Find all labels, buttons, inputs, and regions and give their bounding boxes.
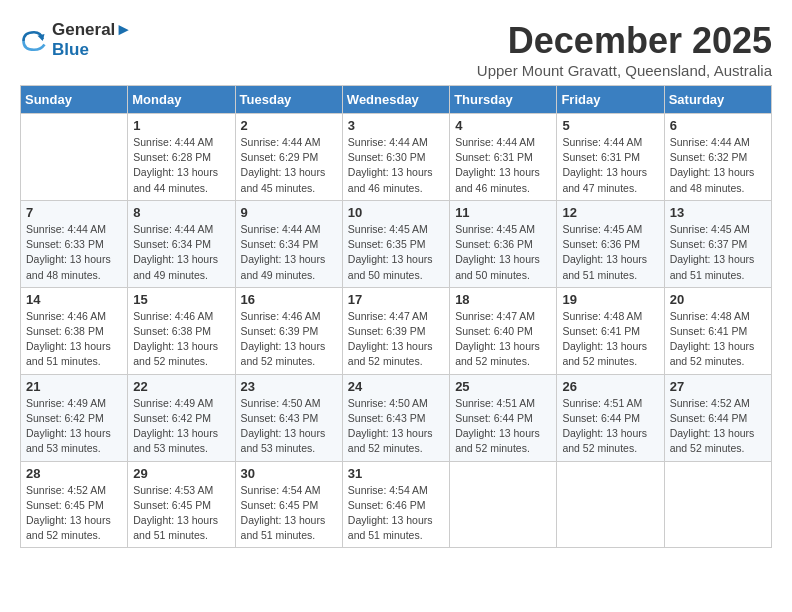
col-thursday: Thursday [450,86,557,114]
day-info: Sunrise: 4:45 AMSunset: 6:36 PMDaylight:… [455,222,551,283]
col-wednesday: Wednesday [342,86,449,114]
table-cell: 31Sunrise: 4:54 AMSunset: 6:46 PMDayligh… [342,461,449,548]
day-number: 6 [670,118,766,133]
table-cell: 2Sunrise: 4:44 AMSunset: 6:29 PMDaylight… [235,114,342,201]
day-info: Sunrise: 4:48 AMSunset: 6:41 PMDaylight:… [670,309,766,370]
title-section: December 2025 Upper Mount Gravatt, Queen… [477,20,772,79]
calendar-week-1: 1Sunrise: 4:44 AMSunset: 6:28 PMDaylight… [21,114,772,201]
table-cell [557,461,664,548]
col-saturday: Saturday [664,86,771,114]
day-info: Sunrise: 4:46 AMSunset: 6:38 PMDaylight:… [26,309,122,370]
day-number: 3 [348,118,444,133]
calendar-week-2: 7Sunrise: 4:44 AMSunset: 6:33 PMDaylight… [21,200,772,287]
table-cell: 1Sunrise: 4:44 AMSunset: 6:28 PMDaylight… [128,114,235,201]
day-info: Sunrise: 4:46 AMSunset: 6:39 PMDaylight:… [241,309,337,370]
day-number: 12 [562,205,658,220]
day-info: Sunrise: 4:49 AMSunset: 6:42 PMDaylight:… [26,396,122,457]
table-cell: 27Sunrise: 4:52 AMSunset: 6:44 PMDayligh… [664,374,771,461]
day-info: Sunrise: 4:51 AMSunset: 6:44 PMDaylight:… [562,396,658,457]
day-number: 29 [133,466,229,481]
day-info: Sunrise: 4:47 AMSunset: 6:40 PMDaylight:… [455,309,551,370]
day-number: 20 [670,292,766,307]
logo-icon [20,27,48,55]
day-info: Sunrise: 4:44 AMSunset: 6:31 PMDaylight:… [455,135,551,196]
table-cell: 20Sunrise: 4:48 AMSunset: 6:41 PMDayligh… [664,287,771,374]
col-tuesday: Tuesday [235,86,342,114]
day-number: 28 [26,466,122,481]
subtitle: Upper Mount Gravatt, Queensland, Austral… [477,62,772,79]
day-number: 2 [241,118,337,133]
day-number: 10 [348,205,444,220]
day-info: Sunrise: 4:50 AMSunset: 6:43 PMDaylight:… [241,396,337,457]
calendar-week-4: 21Sunrise: 4:49 AMSunset: 6:42 PMDayligh… [21,374,772,461]
day-info: Sunrise: 4:51 AMSunset: 6:44 PMDaylight:… [455,396,551,457]
day-number: 9 [241,205,337,220]
table-cell: 7Sunrise: 4:44 AMSunset: 6:33 PMDaylight… [21,200,128,287]
table-cell: 5Sunrise: 4:44 AMSunset: 6:31 PMDaylight… [557,114,664,201]
day-info: Sunrise: 4:52 AMSunset: 6:45 PMDaylight:… [26,483,122,544]
day-info: Sunrise: 4:45 AMSunset: 6:37 PMDaylight:… [670,222,766,283]
day-number: 27 [670,379,766,394]
day-number: 15 [133,292,229,307]
col-monday: Monday [128,86,235,114]
day-info: Sunrise: 4:54 AMSunset: 6:46 PMDaylight:… [348,483,444,544]
calendar-header-row: Sunday Monday Tuesday Wednesday Thursday… [21,86,772,114]
table-cell: 13Sunrise: 4:45 AMSunset: 6:37 PMDayligh… [664,200,771,287]
day-number: 7 [26,205,122,220]
day-number: 31 [348,466,444,481]
logo-text: General► Blue [52,20,132,59]
table-cell: 17Sunrise: 4:47 AMSunset: 6:39 PMDayligh… [342,287,449,374]
table-cell: 25Sunrise: 4:51 AMSunset: 6:44 PMDayligh… [450,374,557,461]
table-cell: 26Sunrise: 4:51 AMSunset: 6:44 PMDayligh… [557,374,664,461]
table-cell: 24Sunrise: 4:50 AMSunset: 6:43 PMDayligh… [342,374,449,461]
day-number: 4 [455,118,551,133]
day-info: Sunrise: 4:53 AMSunset: 6:45 PMDaylight:… [133,483,229,544]
day-number: 11 [455,205,551,220]
table-cell [21,114,128,201]
day-number: 17 [348,292,444,307]
table-cell: 30Sunrise: 4:54 AMSunset: 6:45 PMDayligh… [235,461,342,548]
table-cell: 8Sunrise: 4:44 AMSunset: 6:34 PMDaylight… [128,200,235,287]
day-info: Sunrise: 4:44 AMSunset: 6:29 PMDaylight:… [241,135,337,196]
day-number: 22 [133,379,229,394]
day-info: Sunrise: 4:44 AMSunset: 6:33 PMDaylight:… [26,222,122,283]
table-cell: 11Sunrise: 4:45 AMSunset: 6:36 PMDayligh… [450,200,557,287]
calendar-week-3: 14Sunrise: 4:46 AMSunset: 6:38 PMDayligh… [21,287,772,374]
day-number: 30 [241,466,337,481]
table-cell: 6Sunrise: 4:44 AMSunset: 6:32 PMDaylight… [664,114,771,201]
table-cell: 9Sunrise: 4:44 AMSunset: 6:34 PMDaylight… [235,200,342,287]
calendar-table: Sunday Monday Tuesday Wednesday Thursday… [20,85,772,548]
day-info: Sunrise: 4:44 AMSunset: 6:34 PMDaylight:… [241,222,337,283]
table-cell: 23Sunrise: 4:50 AMSunset: 6:43 PMDayligh… [235,374,342,461]
page-container: General► Blue December 2025 Upper Mount … [20,20,772,548]
day-number: 1 [133,118,229,133]
table-cell: 15Sunrise: 4:46 AMSunset: 6:38 PMDayligh… [128,287,235,374]
day-number: 26 [562,379,658,394]
day-info: Sunrise: 4:47 AMSunset: 6:39 PMDaylight:… [348,309,444,370]
table-cell: 18Sunrise: 4:47 AMSunset: 6:40 PMDayligh… [450,287,557,374]
logo: General► Blue [20,20,132,59]
day-info: Sunrise: 4:44 AMSunset: 6:30 PMDaylight:… [348,135,444,196]
day-info: Sunrise: 4:44 AMSunset: 6:32 PMDaylight:… [670,135,766,196]
day-info: Sunrise: 4:49 AMSunset: 6:42 PMDaylight:… [133,396,229,457]
col-friday: Friday [557,86,664,114]
table-cell: 10Sunrise: 4:45 AMSunset: 6:35 PMDayligh… [342,200,449,287]
day-number: 25 [455,379,551,394]
day-number: 19 [562,292,658,307]
day-info: Sunrise: 4:44 AMSunset: 6:34 PMDaylight:… [133,222,229,283]
table-cell: 3Sunrise: 4:44 AMSunset: 6:30 PMDaylight… [342,114,449,201]
day-info: Sunrise: 4:45 AMSunset: 6:35 PMDaylight:… [348,222,444,283]
day-number: 5 [562,118,658,133]
table-cell: 28Sunrise: 4:52 AMSunset: 6:45 PMDayligh… [21,461,128,548]
day-info: Sunrise: 4:46 AMSunset: 6:38 PMDaylight:… [133,309,229,370]
day-info: Sunrise: 4:52 AMSunset: 6:44 PMDaylight:… [670,396,766,457]
main-title: December 2025 [477,20,772,62]
day-number: 24 [348,379,444,394]
day-info: Sunrise: 4:44 AMSunset: 6:31 PMDaylight:… [562,135,658,196]
calendar-week-5: 28Sunrise: 4:52 AMSunset: 6:45 PMDayligh… [21,461,772,548]
day-number: 8 [133,205,229,220]
table-cell: 16Sunrise: 4:46 AMSunset: 6:39 PMDayligh… [235,287,342,374]
day-info: Sunrise: 4:44 AMSunset: 6:28 PMDaylight:… [133,135,229,196]
table-cell: 22Sunrise: 4:49 AMSunset: 6:42 PMDayligh… [128,374,235,461]
table-cell: 14Sunrise: 4:46 AMSunset: 6:38 PMDayligh… [21,287,128,374]
